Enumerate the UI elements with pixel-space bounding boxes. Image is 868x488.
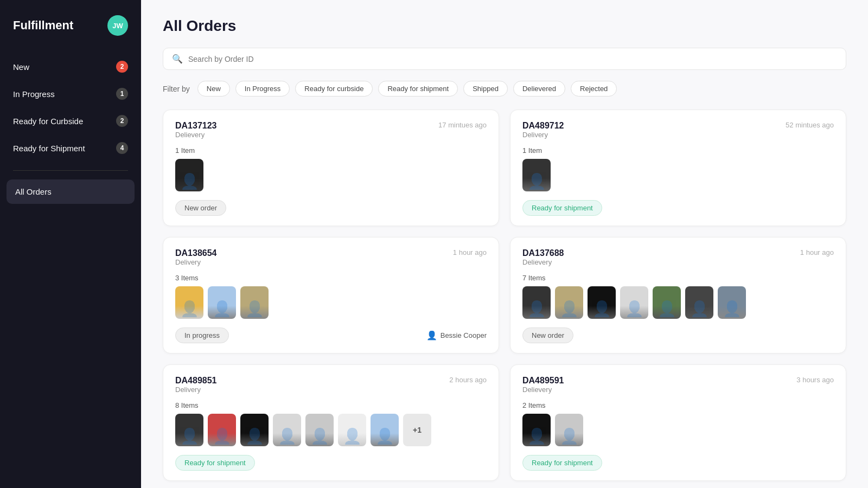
item-thumbnail — [588, 286, 616, 319]
sidebar-item-ready-curbside[interactable]: Ready for Curbside 2 — [0, 107, 141, 134]
order-header: DA489712 Delivery 52 mintues ago — [522, 121, 834, 144]
items-count: 2 Items — [522, 401, 834, 409]
status-badge: Ready for shipment — [522, 200, 602, 216]
order-time: 17 mintues ago — [438, 121, 487, 129]
items-row — [522, 159, 834, 191]
order-card-da137123[interactable]: DA137123 Delievery 17 mintues ago 1 Item… — [163, 110, 499, 226]
order-type: Delivery — [175, 258, 217, 266]
filter-in-progress[interactable]: In Progress — [235, 81, 290, 97]
app-title: Fulfillment — [13, 18, 73, 33]
order-id: DA489712 — [522, 121, 564, 131]
sidebar-item-ready-shipment-badge: 4 — [116, 142, 128, 154]
filter-ready-shipment[interactable]: Ready for shipment — [378, 81, 458, 97]
order-footer: New order — [522, 328, 834, 343]
order-id: DA137688 — [522, 248, 564, 258]
sidebar-item-in-progress[interactable]: In Progress 1 — [0, 80, 141, 107]
item-thumbnail — [522, 414, 551, 446]
order-time: 1 hour ago — [800, 248, 834, 256]
item-thumbnail — [555, 414, 583, 446]
avatar[interactable]: JW — [107, 15, 128, 36]
sidebar-item-all-orders-label: All Orders — [15, 187, 52, 196]
order-card-da489851[interactable]: DA489851 Delivery 2 hours ago 8 Items +1… — [163, 364, 499, 481]
order-type: Delievery — [175, 131, 217, 139]
item-thumbnail — [371, 414, 399, 446]
items-count: 8 Items — [175, 401, 487, 409]
item-thumbnail — [208, 414, 236, 446]
item-thumbnail — [620, 286, 648, 319]
sidebar-item-in-progress-badge: 1 — [116, 88, 128, 100]
sidebar-item-ready-curbside-badge: 2 — [116, 115, 128, 127]
item-thumbnail — [522, 286, 551, 319]
order-header: DA489851 Delivery 2 hours ago — [175, 376, 487, 399]
filter-label: Filter by — [163, 85, 190, 93]
order-id: DA137123 — [175, 121, 217, 131]
filter-delivered[interactable]: Delievered — [513, 81, 565, 97]
sidebar-item-all-orders[interactable]: All Orders — [7, 179, 135, 204]
search-bar: 🔍 — [163, 48, 846, 70]
main-content: All Orders 🔍 Filter by New In Progress R… — [141, 0, 868, 488]
items-row — [522, 414, 834, 446]
item-thumbnail — [240, 414, 269, 446]
order-time: 52 mintues ago — [786, 121, 834, 129]
page-title: All Orders — [163, 17, 846, 35]
order-card-da138654[interactable]: DA138654 Delivery 1 hour ago 3 Items In … — [163, 237, 499, 354]
order-type: Delivery — [522, 131, 564, 139]
sidebar-item-new-badge: 2 — [116, 61, 128, 73]
item-thumbnail — [273, 414, 301, 446]
order-id: DA138654 — [175, 248, 217, 258]
sidebar-header: Fulfillment JW — [0, 0, 141, 49]
order-type: Delievery — [522, 258, 564, 266]
order-type: Delivery — [175, 386, 217, 394]
order-time: 3 hours ago — [796, 376, 834, 384]
item-thumbnail — [522, 159, 551, 191]
order-footer: New order — [175, 200, 487, 216]
assignee: 👤 Bessie Cooper — [426, 330, 487, 341]
order-id: DA489851 — [175, 376, 217, 386]
order-footer: Ready for shipment — [522, 200, 834, 216]
item-thumbnail — [685, 286, 713, 319]
filter-ready-curbside[interactable]: Ready for curbside — [295, 81, 373, 97]
sidebar-item-new[interactable]: New 2 — [0, 53, 141, 80]
items-count: 3 Items — [175, 274, 487, 282]
items-row — [175, 286, 487, 319]
status-badge: New order — [175, 200, 226, 216]
order-time: 1 hour ago — [453, 248, 487, 256]
items-row — [522, 286, 834, 319]
status-badge: Ready for shipment — [175, 455, 255, 471]
items-count: 7 Items — [522, 274, 834, 282]
status-badge: New order — [522, 328, 573, 343]
sidebar-item-ready-curbside-label: Ready for Curbside — [13, 117, 83, 126]
filter-new[interactable]: New — [197, 81, 230, 97]
filter-bar: Filter by New In Progress Ready for curb… — [163, 81, 846, 97]
order-card-da489591[interactable]: DA489591 Delievery 3 hours ago 2 Items R… — [510, 364, 846, 481]
order-footer: In progress 👤 Bessie Cooper — [175, 328, 487, 343]
items-count: 1 Item — [522, 146, 834, 155]
search-input[interactable] — [188, 55, 837, 63]
item-thumbnail — [240, 286, 269, 319]
assignee-name: Bessie Cooper — [441, 331, 487, 339]
item-thumbnail — [305, 414, 334, 446]
sidebar-item-ready-shipment-label: Ready for Shipment — [13, 144, 85, 153]
status-badge: Ready for shipment — [522, 455, 602, 471]
items-row: +1 — [175, 414, 487, 446]
item-thumbnail — [175, 159, 203, 191]
order-id: DA489591 — [522, 376, 564, 386]
item-thumbnail — [175, 286, 203, 319]
sidebar-item-in-progress-label: In Progress — [13, 89, 55, 99]
filter-shipped[interactable]: Shipped — [463, 81, 508, 97]
filter-rejected[interactable]: Rejected — [571, 81, 617, 97]
order-time: 2 hours ago — [449, 376, 487, 384]
nav-divider — [13, 170, 128, 171]
order-type: Delievery — [522, 386, 564, 394]
item-thumbnail — [653, 286, 681, 319]
status-badge: In progress — [175, 328, 229, 343]
order-header: DA489591 Delievery 3 hours ago — [522, 376, 834, 399]
order-card-da137688[interactable]: DA137688 Delievery 1 hour ago 7 Items Ne… — [510, 237, 846, 354]
nav-items: New 2 In Progress 1 Ready for Curbside 2… — [0, 49, 141, 488]
items-more-badge: +1 — [403, 414, 431, 446]
order-header: DA138654 Delivery 1 hour ago — [175, 248, 487, 272]
sidebar: Fulfillment JW New 2 In Progress 1 Ready… — [0, 0, 141, 488]
order-footer: Ready for shipment — [175, 455, 487, 471]
sidebar-item-ready-shipment[interactable]: Ready for Shipment 4 — [0, 134, 141, 162]
order-card-da489712[interactable]: DA489712 Delivery 52 mintues ago 1 Item … — [510, 110, 846, 226]
